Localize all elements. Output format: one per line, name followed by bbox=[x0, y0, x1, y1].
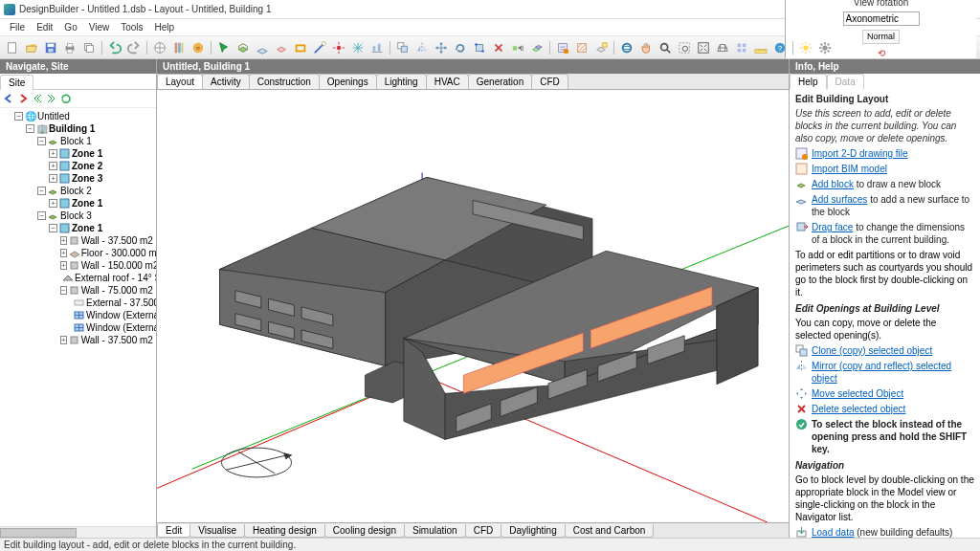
nav-fwd[interactable] bbox=[16, 92, 30, 105]
menu-tools[interactable]: Tools bbox=[115, 22, 148, 33]
tb-zoom-window[interactable] bbox=[676, 39, 693, 56]
tab-construction[interactable]: Construction bbox=[249, 74, 320, 89]
link-mirror[interactable]: Mirror (copy and reflect) selected objec… bbox=[812, 360, 974, 385]
tb-pan[interactable] bbox=[637, 39, 655, 56]
tb-perspective[interactable] bbox=[714, 39, 731, 56]
tab-activity[interactable]: Activity bbox=[202, 74, 250, 89]
tb-cpoint[interactable] bbox=[330, 39, 347, 56]
link-import-bim[interactable]: Import BIM model bbox=[812, 164, 887, 174]
tab-lighting[interactable]: Lighting bbox=[376, 74, 427, 89]
svg-rect-10 bbox=[175, 42, 178, 53]
tab-hvac[interactable]: HVAC bbox=[426, 74, 469, 89]
tb-help[interactable]: ? bbox=[771, 39, 789, 56]
svg-rect-0 bbox=[9, 42, 16, 53]
menu-file[interactable]: File bbox=[4, 22, 31, 33]
tb-import-2d[interactable] bbox=[554, 39, 571, 56]
svg-point-23 bbox=[475, 43, 478, 46]
tb-copy-image[interactable] bbox=[80, 39, 98, 56]
tb-cut-block[interactable] bbox=[273, 39, 290, 56]
tb-clone[interactable] bbox=[394, 39, 412, 56]
tb-guides[interactable] bbox=[349, 39, 367, 56]
tb-delete[interactable] bbox=[490, 39, 507, 56]
tip-icon bbox=[795, 418, 808, 430]
btab-visualise[interactable]: Visualise bbox=[189, 524, 245, 538]
nav-prev[interactable] bbox=[31, 92, 44, 105]
tb-location[interactable] bbox=[151, 39, 168, 56]
menu-edit[interactable]: Edit bbox=[31, 22, 58, 33]
tb-measure[interactable] bbox=[311, 39, 328, 56]
tb-undo[interactable] bbox=[106, 39, 123, 56]
tb-outline[interactable] bbox=[292, 39, 309, 56]
nav-tab-site[interactable]: Site bbox=[0, 75, 33, 90]
navigator-tree[interactable]: −🌐Untitled −🏢Building 1 −Block 1 +Zone 1… bbox=[0, 108, 156, 526]
tb-save[interactable] bbox=[42, 39, 59, 56]
tb-open[interactable] bbox=[23, 39, 40, 56]
tb-new[interactable] bbox=[4, 39, 21, 56]
view-rotation-normal[interactable]: Normal bbox=[862, 30, 900, 44]
move-icon bbox=[795, 387, 808, 400]
tb-print[interactable] bbox=[61, 39, 78, 56]
link-clone[interactable]: Clone (copy) selected object bbox=[812, 344, 932, 357]
tb-sun[interactable] bbox=[797, 39, 814, 56]
menu-view[interactable]: View bbox=[83, 22, 116, 33]
sync-icon[interactable]: ⟲ bbox=[878, 48, 885, 58]
tb-ref-blocks[interactable] bbox=[592, 39, 610, 56]
tb-library[interactable] bbox=[170, 39, 188, 56]
link-move[interactable]: Move selected Object bbox=[812, 387, 903, 400]
help-openings-h: Edit Openings at Building Level bbox=[795, 302, 974, 315]
nav-back[interactable] bbox=[2, 92, 15, 105]
tb-mirror[interactable] bbox=[413, 39, 431, 56]
tb-stretch[interactable] bbox=[471, 39, 488, 56]
rtab-data[interactable]: Data bbox=[827, 74, 864, 89]
dragface-icon bbox=[795, 221, 808, 233]
btab-daylight[interactable]: Daylighting bbox=[501, 524, 565, 538]
tb-orbit[interactable] bbox=[618, 39, 635, 56]
btab-heating[interactable]: Heating design bbox=[244, 524, 325, 538]
link-delete[interactable]: Delete selected object bbox=[812, 403, 905, 415]
link-add-surface[interactable]: Add surfaces bbox=[812, 194, 867, 205]
tab-cfd[interactable]: CFD bbox=[531, 74, 568, 89]
tb-measure2[interactable] bbox=[752, 39, 769, 56]
3d-viewport[interactable] bbox=[157, 90, 789, 522]
svg-rect-25 bbox=[513, 46, 517, 50]
main-toolbar: ¤ ? bbox=[0, 36, 980, 59]
link-load-data[interactable]: Load data bbox=[812, 527, 855, 538]
tb-move[interactable] bbox=[433, 39, 450, 56]
nav-hscroll[interactable] bbox=[0, 526, 156, 538]
block-icon bbox=[48, 136, 58, 146]
link-drag-face[interactable]: Drag face bbox=[812, 222, 853, 232]
tab-openings[interactable]: Openings bbox=[319, 74, 377, 89]
zone-icon bbox=[59, 223, 70, 233]
btab-simulation[interactable]: Simulation bbox=[404, 524, 466, 538]
tb-view-top[interactable] bbox=[733, 39, 750, 56]
link-import-2d[interactable]: Import 2-D drawing file bbox=[812, 148, 908, 159]
tb-bool-union[interactable] bbox=[528, 39, 546, 56]
btab-cost[interactable]: Cost and Carbon bbox=[565, 524, 655, 538]
tab-layout[interactable]: Layout bbox=[157, 74, 203, 89]
surface-icon bbox=[74, 298, 84, 308]
nav-next[interactable] bbox=[45, 92, 58, 105]
tb-rotate[interactable] bbox=[452, 39, 469, 56]
btab-edit[interactable]: Edit bbox=[157, 524, 190, 538]
tb-zoom[interactable] bbox=[657, 39, 674, 56]
tb-cost[interactable]: ¤ bbox=[189, 39, 207, 56]
btab-cfd[interactable]: CFD bbox=[465, 524, 502, 538]
tb-fit[interactable] bbox=[695, 39, 712, 56]
tb-redo[interactable] bbox=[125, 39, 143, 56]
nav-refresh[interactable] bbox=[59, 92, 73, 105]
btab-cooling[interactable]: Cooling design bbox=[324, 524, 405, 538]
tb-import-bim[interactable] bbox=[573, 39, 590, 56]
link-add-block[interactable]: Add block bbox=[812, 179, 854, 189]
tab-generation[interactable]: Generation bbox=[468, 74, 532, 89]
menu-go[interactable]: Go bbox=[58, 22, 82, 33]
tb-add-block[interactable] bbox=[234, 39, 252, 56]
tb-pointer[interactable] bbox=[215, 39, 233, 56]
menu-help[interactable]: Help bbox=[149, 22, 181, 33]
tb-gear[interactable] bbox=[816, 39, 834, 56]
tb-align[interactable] bbox=[368, 39, 386, 56]
view-rotation-select[interactable] bbox=[843, 11, 920, 26]
tb-transfer[interactable] bbox=[509, 39, 526, 56]
tb-add-surface[interactable] bbox=[254, 39, 271, 56]
rtab-help[interactable]: Help bbox=[790, 74, 827, 89]
svg-rect-8 bbox=[86, 45, 93, 52]
